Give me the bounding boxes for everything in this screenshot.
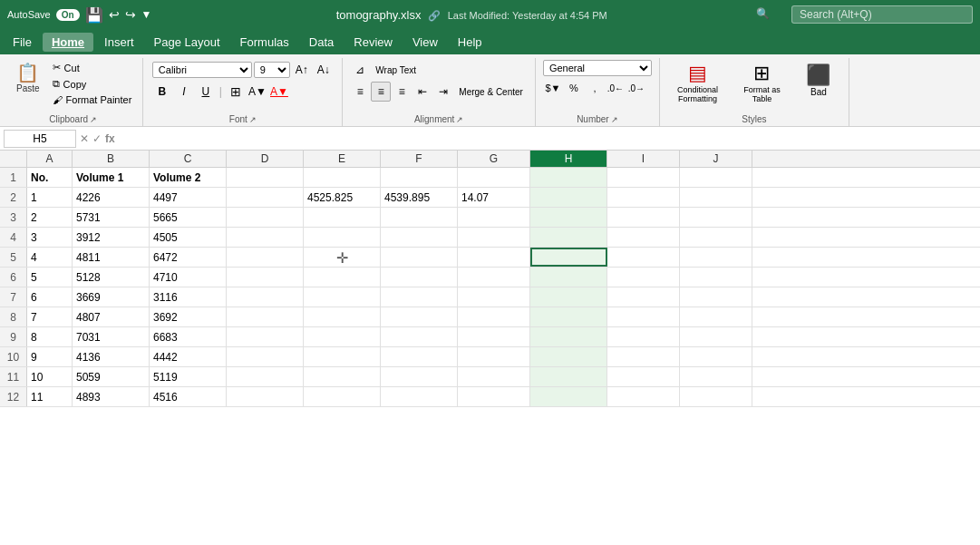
menu-view[interactable]: View [403,33,447,52]
cell[interactable] [227,307,304,326]
conditional-formatting-btn[interactable]: ▤ Conditional Formatting [667,60,728,105]
cell[interactable] [458,307,530,326]
align-left-btn[interactable]: ≡ [350,82,370,102]
row-number[interactable]: 11 [0,367,27,386]
cell[interactable] [304,228,381,247]
paste-button[interactable]: 📋 Paste [11,60,45,97]
row-number[interactable]: 7 [0,287,27,307]
cell[interactable] [381,208,458,227]
cell[interactable] [458,168,530,187]
cell[interactable]: 5665 [150,208,227,227]
cell[interactable] [381,307,458,326]
cell[interactable]: 4525.825 [304,188,381,207]
number-expand-icon[interactable]: ↗ [611,115,618,124]
cell[interactable] [607,248,680,267]
cell[interactable]: 4811 [73,248,150,267]
cell[interactable] [458,228,530,247]
cell[interactable]: 8 [27,327,73,346]
cell[interactable] [530,327,607,346]
format-as-table-btn[interactable]: ⊞ Format as Table [732,60,792,105]
cell[interactable] [458,287,530,307]
format-painter-button[interactable]: 🖌 Format Painter [49,92,136,107]
cell[interactable] [530,307,607,326]
cell[interactable] [607,208,680,227]
alignment-expand-icon[interactable]: ↗ [456,115,463,124]
cell[interactable] [381,248,458,267]
cell[interactable] [227,387,304,406]
cell[interactable]: 3 [27,228,73,247]
cell[interactable] [530,268,607,287]
cell[interactable] [530,347,607,366]
font-family-select[interactable]: Calibri [152,62,252,78]
cell[interactable] [227,327,304,346]
cell[interactable] [458,327,530,346]
row-number[interactable]: 10 [0,347,27,366]
menu-page-layout[interactable]: Page Layout [145,33,229,52]
cell[interactable] [381,287,458,307]
font-size-select[interactable]: 9 [254,62,290,78]
font-color-button[interactable]: A▼ [269,82,289,102]
menu-help[interactable]: Help [449,33,491,52]
cell[interactable] [680,367,752,386]
cell[interactable] [458,347,530,366]
save-icon[interactable]: 💾 [85,6,103,24]
search-input[interactable] [791,5,973,24]
menu-formulas[interactable]: Formulas [231,33,298,52]
cell[interactable]: 3692 [150,307,227,326]
cell[interactable]: 4516 [150,387,227,406]
cell[interactable] [680,228,752,247]
cell[interactable] [607,228,680,247]
border-button[interactable]: ⊞ [226,82,246,102]
cell[interactable]: 4 [27,248,73,267]
cell[interactable] [304,168,381,187]
col-header-b[interactable]: B [73,151,150,167]
col-header-f[interactable]: F [381,151,458,167]
orient-text-btn[interactable]: ⊿ [350,60,370,80]
cell[interactable] [680,387,752,406]
currency-btn[interactable]: $▼ [543,78,563,98]
cut-button[interactable]: ✂ Cut [49,60,136,75]
clipboard-expand-icon[interactable]: ↗ [90,115,97,124]
cell[interactable] [227,208,304,227]
confirm-formula-icon[interactable]: ✓ [92,132,102,145]
cell[interactable]: 6683 [150,327,227,346]
cell[interactable] [607,168,680,187]
percent-btn[interactable]: % [564,78,584,98]
col-header-e[interactable]: E [304,151,381,167]
cell[interactable]: 7 [27,307,73,326]
row-number[interactable]: 6 [0,268,27,287]
cell[interactable]: 5059 [73,367,150,386]
cell[interactable]: 1 [27,188,73,207]
cell[interactable]: 4807 [73,307,150,326]
wrap-text-btn[interactable]: Wrap Text [371,60,421,80]
menu-home[interactable]: Home [43,33,93,52]
bad-style-btn[interactable]: ⬛ Bad [796,60,841,101]
col-header-d[interactable]: D [227,151,304,167]
col-header-j[interactable]: J [680,151,752,167]
cell[interactable] [530,367,607,386]
autosave-toggle[interactable]: On [56,9,80,21]
cell[interactable] [381,327,458,346]
increase-font-btn[interactable]: A↑ [292,60,312,80]
underline-button[interactable]: U [196,82,216,102]
cell[interactable] [607,307,680,326]
cell[interactable]: Volume 2 [150,168,227,187]
col-header-c[interactable]: C [150,151,227,167]
cell[interactable] [227,367,304,386]
cell[interactable]: 4136 [73,347,150,366]
cell[interactable] [381,347,458,366]
menu-review[interactable]: Review [344,33,402,52]
cell[interactable] [458,248,530,267]
cell[interactable] [381,387,458,406]
cell[interactable] [304,208,381,227]
col-header-h[interactable]: H [530,151,607,167]
cell[interactable] [304,268,381,287]
cell[interactable] [304,387,381,406]
cell[interactable]: 4505 [150,228,227,247]
cell[interactable] [680,268,752,287]
col-header-a[interactable]: A [27,151,73,167]
cell[interactable] [680,307,752,326]
row-number[interactable]: 1 [0,168,27,187]
cell[interactable]: 5 [27,268,73,287]
cell[interactable] [680,168,752,187]
